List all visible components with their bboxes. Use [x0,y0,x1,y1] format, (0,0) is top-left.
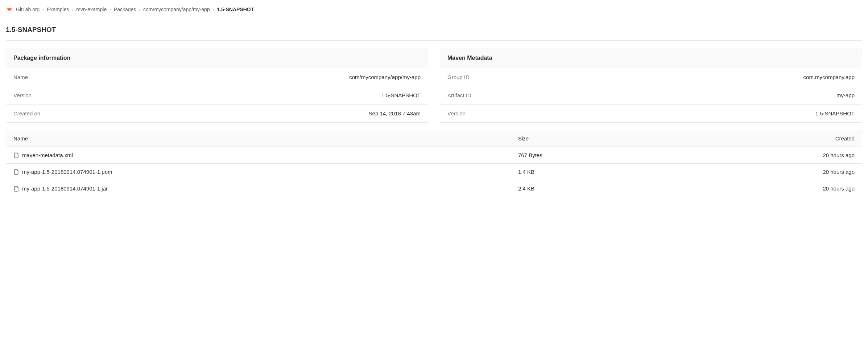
card-row-created-on: Created on Sep 14, 2018 7:43am [6,105,428,122]
gitlab-logo-icon [6,6,13,13]
file-name[interactable]: maven-metadata.xml [22,152,73,158]
table-row: my-app-1.5-20180914.074901-1.jar 2.4 KB … [6,180,862,197]
file-created: 20 hours ago [686,185,855,192]
file-name[interactable]: my-app-1.5-20180914.074901-1.pom [22,169,112,175]
breadcrumb-link[interactable]: GitLab.org [16,7,40,12]
table-row: maven-metadata.xml 767 Bytes 20 hours ag… [6,147,862,164]
card-row-name: Name com/mycompany/app/my-app [6,68,428,86]
card-row-label: Artifact ID [447,92,471,98]
card-row-version: Version 1.5-SNAPSHOT [440,105,862,122]
card-row-label: Created on [13,110,40,116]
card-row-value: my-app [836,92,855,98]
files-table: Name Size Created maven-metadata.xml 767… [6,130,862,197]
file-name[interactable]: my-app-1.5-20180914.074901-1.jar [22,185,108,192]
chevron-right-icon: › [72,7,74,12]
files-table-header: Name Size Created [6,130,862,147]
file-icon [13,169,19,175]
card-row-value: 1.5-SNAPSHOT [815,110,855,116]
chevron-right-icon: › [109,7,111,12]
breadcrumb-link[interactable]: mvn-example [76,7,107,12]
breadcrumb-link[interactable]: Packages [114,7,136,12]
chevron-right-icon: › [139,7,140,12]
file-icon [13,152,19,158]
chevron-right-icon: › [42,7,44,12]
file-icon [13,186,19,192]
card-row-label: Name [13,74,28,80]
column-header-name: Name [13,135,518,142]
file-size: 767 Bytes [518,152,686,158]
maven-metadata-card: Maven Metadata Group ID com.mycompany.ap… [440,48,862,123]
info-cards: Package information Name com/mycompany/a… [6,41,862,123]
package-information-card: Package information Name com/mycompany/a… [6,48,428,123]
breadcrumb: GitLab.org › Examples › mvn-example › Pa… [6,0,862,19]
breadcrumb-link[interactable]: Examples [47,7,69,12]
card-row-label: Version [13,92,32,98]
card-row-value: Sep 14, 2018 7:43am [369,110,421,116]
card-row-value: 1.5-SNAPSHOT [381,92,421,98]
column-header-size: Size [518,135,686,142]
breadcrumb-link[interactable]: com/mycompany/app/my-app [143,7,210,12]
file-created: 20 hours ago [686,152,855,158]
card-row-value: com/mycompany/app/my-app [349,74,421,80]
breadcrumb-current: 1.5-SNAPSHOT [217,7,254,12]
column-header-created: Created [686,135,855,142]
page-title: 1.5-SNAPSHOT [6,19,862,41]
card-row-version: Version 1.5-SNAPSHOT [6,86,428,105]
card-row-label: Group ID [447,74,470,80]
file-created: 20 hours ago [686,169,855,175]
card-row-value: com.mycompany.app [803,74,855,80]
file-size: 2.4 KB [518,185,686,192]
card-header: Maven Metadata [440,48,862,68]
table-row: my-app-1.5-20180914.074901-1.pom 1.4 KB … [6,164,862,180]
card-row-artifact-id: Artifact ID my-app [440,86,862,105]
file-size: 1.4 KB [518,169,686,175]
card-row-label: Version [447,110,466,116]
chevron-right-icon: › [213,7,214,12]
card-header: Package information [6,48,428,68]
card-row-group-id: Group ID com.mycompany.app [440,68,862,86]
